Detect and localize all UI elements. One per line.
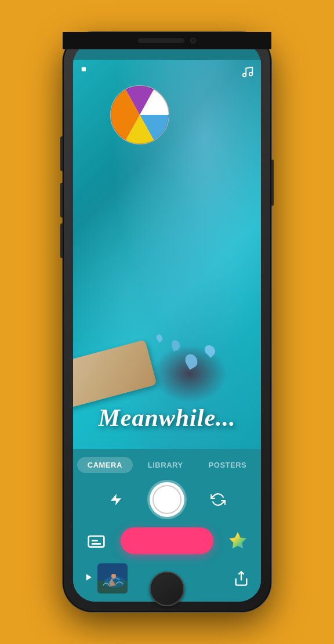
svg-point-2 <box>249 73 253 76</box>
action-row <box>73 523 261 561</box>
top-icons-overlay <box>73 66 261 78</box>
meanwhile-text: Meanwhile... <box>73 404 261 432</box>
star-button[interactable] <box>226 529 249 552</box>
svg-rect-0 <box>82 67 86 71</box>
video-thumbnail <box>97 563 128 594</box>
svg-rect-6 <box>89 536 104 547</box>
svg-point-12 <box>111 574 116 578</box>
tab-library[interactable]: LIBRARY <box>137 457 194 473</box>
layers-icon[interactable] <box>80 66 93 78</box>
front-camera <box>190 38 196 44</box>
music-icon[interactable] <box>241 66 254 78</box>
home-button[interactable] <box>150 571 184 606</box>
tab-bar: CAMERA LIBRARY POSTERS <box>73 449 261 479</box>
flip-camera-button[interactable] <box>208 489 228 510</box>
play-thumbnail[interactable] <box>82 563 128 594</box>
share-button[interactable] <box>231 568 252 589</box>
phone-top-bar <box>63 32 271 49</box>
phone-screen: Meanwhile... CAMERA LIBRARY POSTERS <box>73 42 261 602</box>
tab-camera[interactable]: CAMERA <box>77 457 133 473</box>
preview-area: Meanwhile... <box>73 60 261 449</box>
svg-point-1 <box>243 74 246 77</box>
subtitle-button[interactable] <box>85 529 108 552</box>
play-icon <box>82 571 94 586</box>
water-splash <box>152 345 227 403</box>
speaker-grille <box>138 38 184 43</box>
shutter-button[interactable] <box>150 482 184 517</box>
flash-button[interactable] <box>106 489 126 510</box>
phone-frame: Meanwhile... CAMERA LIBRARY POSTERS <box>63 32 271 612</box>
beach-ball <box>108 83 172 147</box>
content-area: Meanwhile... CAMERA LIBRARY POSTERS <box>73 60 261 602</box>
record-button[interactable] <box>121 527 213 554</box>
shutter-inner <box>153 485 181 514</box>
tab-posters[interactable]: POSTERS <box>198 457 257 473</box>
camera-controls <box>73 479 261 523</box>
